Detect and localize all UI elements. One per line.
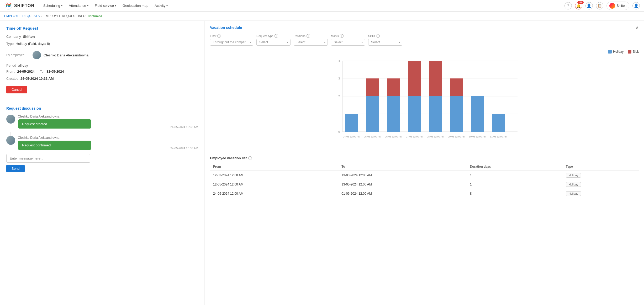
svg-text:26.05 12:00 AM: 26.05 12:00 AM [385,135,403,138]
filter-info-icon[interactable]: i [217,34,221,38]
collapse-button[interactable]: ∧ [636,25,639,30]
vacation-schedule-title: Vacation schedule [210,25,242,30]
app-logo[interactable]: SHIFTON [4,2,34,10]
skills-select-wrap: Select [368,39,402,46]
positions-info-icon[interactable]: i [307,34,310,38]
date-row: From: 24-05-2024 To: 31-05-2024 [6,70,198,73]
cancel-button[interactable]: Cancel [6,86,27,93]
marks-select[interactable]: Select [331,39,365,46]
positions-select[interactable]: Select [294,39,328,46]
breadcrumb-employee-requests[interactable]: EMPLOYEE REQUESTS [4,14,40,18]
col-type: Type [563,163,639,171]
discussion-title: Request discussion [6,106,198,110]
user-menu[interactable]: Shifton [606,2,629,10]
table-row: 12-03-2024 12:00 AM 13-03-2024 12:00 AM … [210,171,639,180]
request-type-select-wrap: Select [256,39,291,46]
filter-group-positions: Positions i Select [294,34,328,46]
marks-select-wrap: Select [331,39,365,46]
svg-point-0 [5,2,12,9]
col-from: From [210,163,338,171]
vacation-list-info-icon[interactable]: i [248,156,252,160]
discussion-item: Oleshko Daria Aleksandrovna Request crea… [6,115,198,129]
table-row: 24-05-2024 12:00 AM 01-06-2024 12:00 AM … [210,189,639,198]
discussion-message-1: Request created [18,119,91,129]
skills-info-icon[interactable]: i [376,34,380,38]
left-panel: Time off Request Company Shifton Type Ho… [0,21,205,305]
created-value: 24-05-2024 10:33 AM [20,77,54,81]
svg-text:2: 2 [338,95,340,98]
request-type-info-icon[interactable]: i [275,34,278,38]
message-input[interactable] [6,154,90,163]
bar-3-holiday [387,96,400,132]
right-panel: Vacation schedule ∧ Filter i Throughout … [205,21,644,305]
filter-select-wrap: Throughout the compar [210,39,253,46]
table-header-row: From To Duration days Type [210,163,639,171]
bar-5-sick [429,61,442,96]
chart-area: Holiday Sick 0 1 [210,50,639,151]
company-name: Shifton [23,35,35,39]
filter-group-marks: Marks i Select [331,34,365,46]
status-badge: Confirmed [88,14,102,18]
bar-5-holiday [429,96,442,132]
user-name: Shifton [617,4,626,8]
type-row: Type Holiday (Paid, days: 8) [6,42,198,46]
calendar-button[interactable]: 📋 [596,2,603,9]
discussion-item-2: Oleshko Daria Aleksandrovna Request conf… [6,136,198,150]
discussion-time-2: 24-05-2024 10:33 AM [170,147,198,150]
chevron-down-icon: ▾ [166,4,168,7]
period-value: all day [18,63,28,67]
bar-2-holiday [366,96,379,132]
vacation-list-title: Employee vacation list [210,156,247,160]
chart-legend: Holiday Sick [210,50,639,54]
discussion-avatar-2 [6,136,15,145]
filters-row: Filter i Throughout the compar Request t… [210,34,639,46]
help-button[interactable]: ? [564,2,572,9]
profile-button[interactable]: 👤 [585,2,593,9]
company-row: Company Shifton [6,35,198,39]
by-employee-label: By employee [6,53,30,57]
nav-menu: Scheduling ▾ Attendance ▾ Field service … [41,3,558,9]
cell-type: Holiday [563,180,639,189]
bar-2-sick [366,78,379,96]
svg-text:3: 3 [338,77,340,80]
bar-7-holiday [471,96,484,132]
cell-to: 13-05-2024 12:00 AM [338,180,467,189]
breadcrumb: EMPLOYEE REQUESTS / EMPLOYEE REQUEST INF… [0,12,644,21]
positions-label: Positions i [294,34,328,38]
bar-chart: 0 1 2 3 4 [210,56,639,150]
marks-info-icon[interactable]: i [340,34,344,38]
nav-scheduling[interactable]: Scheduling ▾ [41,3,65,9]
breadcrumb-current: EMPLOYEE REQUEST INFO [44,14,86,18]
vacation-table: From To Duration days Type 12-03-2024 12… [210,163,639,198]
vacation-list-header: Employee vacation list i [210,156,639,160]
request-type-select[interactable]: Select [256,39,291,46]
main-content: Time off Request Company Shifton Type Ho… [0,21,644,305]
marks-label: Marks i [331,34,365,38]
chevron-down-icon: ▾ [61,4,62,7]
cell-from: 12-03-2024 12:00 AM [210,171,338,180]
cell-from: 24-05-2024 12:00 AM [210,189,338,198]
nav-geolocation[interactable]: Geolocation map [120,3,151,9]
chevron-down-icon: ▾ [115,4,116,7]
send-button[interactable]: Send [6,165,25,172]
employee-avatar [33,51,41,59]
notifications-button[interactable]: 🔔 119 [575,2,582,9]
breadcrumb-separator: / [41,14,42,18]
cell-to: 01-06-2024 12:00 AM [338,189,467,198]
nav-activity[interactable]: Activity ▾ [152,3,170,9]
nav-field-service[interactable]: Field service ▾ [92,3,119,9]
account-circle-button[interactable]: 👤 [632,2,640,9]
cell-duration: 8 [467,189,563,198]
period-row: Period all day [6,63,198,67]
skills-label: Skills i [368,34,402,38]
nav-attendance[interactable]: Attendance ▾ [66,3,91,9]
filter-select[interactable]: Throughout the compar [210,39,253,46]
employee-row: By employee Oleshko Daria Aleksandrovna [6,51,198,59]
chevron-down-icon: ▾ [87,4,88,7]
legend-holiday: Holiday [608,50,624,54]
from-date: From: 24-05-2024 [6,70,35,73]
bar-4-holiday [408,96,421,132]
skills-select[interactable]: Select [368,39,402,46]
legend-sick: Sick [628,50,639,54]
time-off-title: Time off Request [6,26,198,30]
